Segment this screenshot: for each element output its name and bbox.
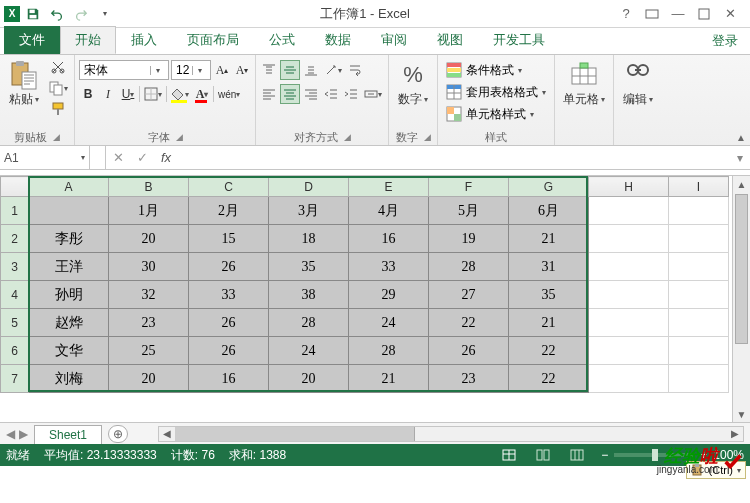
tab-file[interactable]: 文件	[4, 26, 60, 54]
cell[interactable]	[589, 225, 669, 253]
font-dialog-icon[interactable]: ◢	[176, 132, 183, 142]
align-middle-icon[interactable]	[280, 60, 300, 80]
format-painter-icon[interactable]	[48, 99, 68, 119]
cut-icon[interactable]	[48, 57, 68, 77]
cell[interactable]	[589, 365, 669, 393]
copy-icon[interactable]: ▾	[46, 78, 70, 98]
paste-button[interactable]: 粘贴▾	[4, 57, 44, 129]
cell[interactable]: 26	[429, 337, 509, 365]
column-header[interactable]: A	[29, 177, 109, 197]
column-header[interactable]: G	[509, 177, 589, 197]
increase-font-icon[interactable]: A▴	[213, 60, 231, 80]
cell[interactable]: 22	[509, 337, 589, 365]
cell[interactable]: 王洋	[29, 253, 109, 281]
font-name-input[interactable]: 宋体▾	[79, 60, 169, 80]
cell[interactable]: 21	[509, 225, 589, 253]
column-header[interactable]: I	[669, 177, 729, 197]
cell[interactable]: 26	[189, 253, 269, 281]
cell[interactable]: 30	[109, 253, 189, 281]
cell[interactable]: 33	[189, 281, 269, 309]
close-icon[interactable]: ✕	[718, 3, 742, 25]
underline-button[interactable]: U▾	[119, 84, 137, 104]
zoom-control[interactable]: − + 100%	[601, 448, 744, 462]
cell[interactable]	[589, 197, 669, 225]
zoom-level[interactable]: 100%	[713, 448, 744, 462]
cell[interactable]	[589, 337, 669, 365]
cell-styles-button[interactable]: 单元格样式▾	[442, 103, 550, 125]
add-sheet-button[interactable]: ⊕	[108, 425, 128, 443]
cell[interactable]: 20	[109, 365, 189, 393]
tab-review[interactable]: 审阅	[366, 26, 422, 54]
bold-button[interactable]: B	[79, 84, 97, 104]
editing-button[interactable]: 编辑▾	[618, 57, 658, 129]
horizontal-scrollbar[interactable]: ◀ ▶	[158, 426, 744, 442]
cell[interactable]: 20	[109, 225, 189, 253]
cell[interactable]	[669, 197, 729, 225]
cell[interactable]: 20	[269, 365, 349, 393]
hscroll-thumb[interactable]	[175, 427, 415, 441]
orientation-icon[interactable]: ▾	[322, 60, 344, 80]
cell[interactable]: 6月	[509, 197, 589, 225]
login-link[interactable]: 登录	[700, 28, 750, 54]
zoom-slider[interactable]	[614, 453, 694, 457]
cell[interactable]: 25	[109, 337, 189, 365]
zoom-in-icon[interactable]: +	[700, 448, 707, 462]
tab-page-layout[interactable]: 页面布局	[172, 26, 254, 54]
cell[interactable]: 4月	[349, 197, 429, 225]
select-all-corner[interactable]	[1, 177, 29, 197]
maximize-icon[interactable]	[692, 3, 716, 25]
conditional-formatting-button[interactable]: 条件格式▾	[442, 59, 550, 81]
cell[interactable]	[589, 253, 669, 281]
font-color-button[interactable]: A▾	[193, 84, 211, 104]
page-break-view-icon[interactable]	[567, 447, 587, 463]
cells-button[interactable]: 单元格▾	[559, 57, 609, 129]
cell[interactable]: 2月	[189, 197, 269, 225]
cell[interactable]: 28	[429, 253, 509, 281]
clipboard-dialog-icon[interactable]: ◢	[53, 132, 60, 142]
cell[interactable]: 1月	[109, 197, 189, 225]
qat-customize-icon[interactable]: ▾	[94, 3, 116, 25]
spreadsheet-grid[interactable]: ABCDEFGHI11月2月3月4月5月6月2李彤2015181619213王洋…	[0, 176, 750, 422]
scroll-down-icon[interactable]: ▼	[733, 406, 750, 422]
border-button[interactable]: ▾	[142, 84, 164, 104]
cell[interactable]: 33	[349, 253, 429, 281]
cancel-formula-icon[interactable]: ✕	[106, 146, 130, 169]
cell[interactable]: 27	[429, 281, 509, 309]
zoom-out-icon[interactable]: −	[601, 448, 608, 462]
number-dialog-icon[interactable]: ◢	[424, 132, 431, 142]
expand-formula-icon[interactable]: ▾	[730, 146, 750, 169]
cell[interactable]: 24	[349, 309, 429, 337]
column-header[interactable]: E	[349, 177, 429, 197]
tab-insert[interactable]: 插入	[116, 26, 172, 54]
decrease-indent-icon[interactable]	[322, 84, 340, 104]
fx-icon[interactable]: fx	[154, 146, 178, 169]
align-left-icon[interactable]	[260, 84, 278, 104]
row-header[interactable]: 1	[1, 197, 29, 225]
align-top-icon[interactable]	[260, 60, 278, 80]
align-right-icon[interactable]	[302, 84, 320, 104]
minimize-icon[interactable]: —	[666, 3, 690, 25]
cell[interactable]: 35	[269, 253, 349, 281]
row-header[interactable]: 7	[1, 365, 29, 393]
page-layout-view-icon[interactable]	[533, 447, 553, 463]
alignment-dialog-icon[interactable]: ◢	[344, 132, 351, 142]
cell[interactable]: 19	[429, 225, 509, 253]
redo-icon[interactable]	[70, 3, 92, 25]
cell[interactable]: 21	[349, 365, 429, 393]
decrease-font-icon[interactable]: A▾	[233, 60, 251, 80]
row-header[interactable]: 2	[1, 225, 29, 253]
number-format-button[interactable]: % 数字▾	[393, 57, 433, 129]
column-header[interactable]: F	[429, 177, 509, 197]
help-icon[interactable]: ?	[614, 3, 638, 25]
cell[interactable]	[589, 309, 669, 337]
cell[interactable]	[669, 225, 729, 253]
cell[interactable]: 23	[109, 309, 189, 337]
cell[interactable]: 23	[429, 365, 509, 393]
cell[interactable]: 赵烨	[29, 309, 109, 337]
row-header[interactable]: 4	[1, 281, 29, 309]
cell[interactable]: 5月	[429, 197, 509, 225]
cell[interactable]: 3月	[269, 197, 349, 225]
cell[interactable]: 28	[269, 309, 349, 337]
normal-view-icon[interactable]	[499, 447, 519, 463]
vertical-scrollbar[interactable]: ▲ ▼	[732, 176, 750, 422]
